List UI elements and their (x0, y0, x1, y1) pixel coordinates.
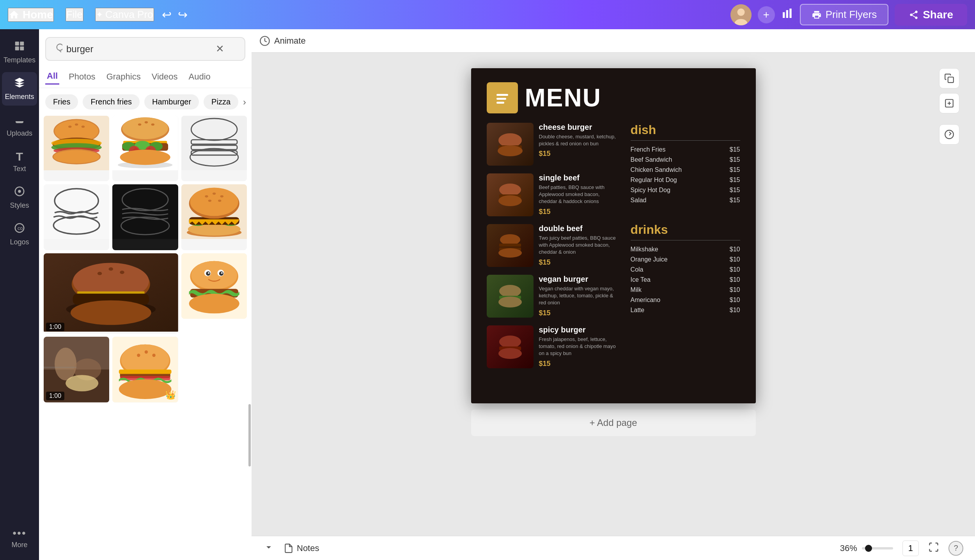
avatar[interactable] (730, 4, 752, 25)
dish-row: Beef Sandwich $15 (631, 156, 740, 163)
sidebar-item-more[interactable]: ••• More (2, 522, 37, 554)
share-button[interactable]: Share (895, 4, 967, 26)
svg-point-120 (499, 285, 521, 297)
animate-button[interactable]: Animate (259, 35, 306, 46)
svg-rect-117 (499, 244, 521, 247)
search-input[interactable] (66, 44, 212, 55)
svg-point-64 (208, 200, 211, 202)
svg-point-123 (499, 336, 521, 348)
tab-photos[interactable]: Photos (67, 69, 97, 85)
svg-point-110 (498, 133, 522, 147)
svg-point-73 (98, 272, 102, 275)
list-item[interactable]: 1:00 (44, 253, 178, 334)
rotate-button[interactable] (939, 124, 959, 145)
copy-page-button[interactable] (939, 68, 959, 88)
svg-point-74 (109, 267, 113, 271)
search-icon (52, 43, 62, 55)
sidebar-item-uploads[interactable]: Uploads (2, 109, 37, 142)
menu-item-image (487, 325, 534, 368)
menu-item-info: vegan burger Vegan cheddar with vegan ma… (539, 275, 618, 317)
tag-french-fries[interactable]: French fries (83, 94, 140, 110)
drink-row: Ice Tea $10 (631, 276, 740, 283)
svg-rect-104 (948, 77, 954, 83)
list-item[interactable]: 1:00 (44, 337, 109, 402)
add-page-icon-button[interactable] (939, 93, 959, 113)
svg-point-125 (498, 348, 522, 359)
tab-videos[interactable]: Videos (150, 69, 179, 85)
canva-pro-button[interactable]: ✦ Canva Pro (95, 8, 154, 21)
drink-row: Orange Juice $10 (631, 256, 740, 263)
svg-point-25 (53, 150, 99, 163)
search-clear-button[interactable]: ✕ (216, 43, 224, 55)
collapse-panel-button[interactable] (263, 542, 274, 555)
svg-point-19 (82, 125, 85, 128)
tab-audio[interactable]: Audio (187, 69, 212, 85)
zoom-slider[interactable] (862, 547, 893, 549)
dish-row: French Fries $15 (631, 146, 740, 153)
image-grid: 1:00 (39, 113, 252, 560)
tag-fries[interactable]: Fries (45, 94, 78, 110)
list-item[interactable] (44, 116, 109, 181)
search-filter-button[interactable] (228, 42, 238, 55)
list-item[interactable] (44, 184, 109, 250)
menu-item: spicy burger Fresh jalapenos, beef, lett… (487, 325, 618, 368)
notes-button[interactable]: Notes (284, 543, 319, 553)
svg-rect-3 (783, 12, 785, 18)
svg-rect-6 (15, 42, 19, 46)
sidebar-item-text[interactable]: T Text (2, 145, 37, 178)
add-button[interactable]: + (758, 6, 775, 23)
sidebar-item-styles[interactable]: Styles (2, 181, 37, 214)
section-divider (631, 140, 740, 141)
bottom-bar: Notes 36% 1 ? (252, 536, 975, 560)
canvas-wrapper[interactable]: MENU (252, 53, 975, 536)
list-item[interactable] (112, 116, 178, 181)
list-item[interactable] (181, 184, 247, 250)
svg-point-72 (71, 300, 151, 325)
sidebar-item-logos[interactable]: co. Logos (2, 217, 37, 251)
tab-graphics[interactable]: Graphics (105, 69, 142, 85)
svg-rect-92 (44, 367, 76, 368)
menu-card[interactable]: MENU (471, 68, 756, 403)
tag-pizza[interactable]: Pizza (204, 94, 238, 110)
list-item[interactable] (181, 253, 247, 319)
undo-redo-controls: ↩ ↪ (162, 8, 188, 21)
menu-item-image (487, 173, 534, 216)
svg-rect-4 (786, 10, 788, 18)
print-flyers-button[interactable]: Print Flyers (800, 4, 888, 25)
sidebar-item-templates[interactable]: Templates (2, 35, 37, 69)
sidebar-item-elements[interactable]: Elements (2, 72, 37, 106)
redo-button[interactable]: ↪ (178, 8, 188, 21)
search-input-wrapper: ✕ (45, 37, 245, 61)
uploads-icon (14, 113, 25, 128)
tab-all[interactable]: All (45, 69, 59, 85)
svg-point-1 (737, 8, 745, 16)
svg-point-61 (205, 195, 208, 198)
svg-point-112 (498, 145, 523, 156)
menu-item: single beef Beef patties, BBQ sauce with… (487, 173, 618, 216)
svg-point-83 (208, 272, 209, 274)
header-right: + Print Flyers Share (730, 4, 967, 26)
help-button[interactable]: ? (948, 541, 963, 556)
tag-hamburger[interactable]: Hamburger (144, 94, 199, 110)
chart-button[interactable] (781, 7, 794, 22)
drink-row: Americano $10 (631, 297, 740, 304)
svg-point-113 (499, 184, 521, 196)
drink-row: Latte $10 (631, 307, 740, 314)
svg-point-122 (498, 297, 522, 307)
left-panel: ✕ All Photos Graphics Videos Audio Fries… (39, 29, 252, 560)
list-item[interactable]: 👑 (112, 337, 178, 402)
more-label: More (11, 541, 27, 549)
list-item[interactable] (181, 116, 247, 181)
svg-point-115 (498, 195, 522, 206)
svg-rect-109 (496, 102, 504, 104)
menu-item-image (487, 275, 534, 318)
tags-more-arrow[interactable]: › (243, 94, 246, 110)
home-button[interactable]: Home (8, 8, 54, 22)
add-page-button[interactable]: + Add page (471, 410, 756, 436)
svg-point-91 (66, 375, 98, 392)
file-button[interactable]: File (66, 8, 83, 21)
undo-button[interactable]: ↩ (162, 8, 172, 21)
list-item[interactable] (112, 184, 178, 250)
menu-items-list: cheese burger Double cheese, mustard, ke… (487, 123, 618, 389)
fullscreen-button[interactable] (928, 542, 939, 555)
